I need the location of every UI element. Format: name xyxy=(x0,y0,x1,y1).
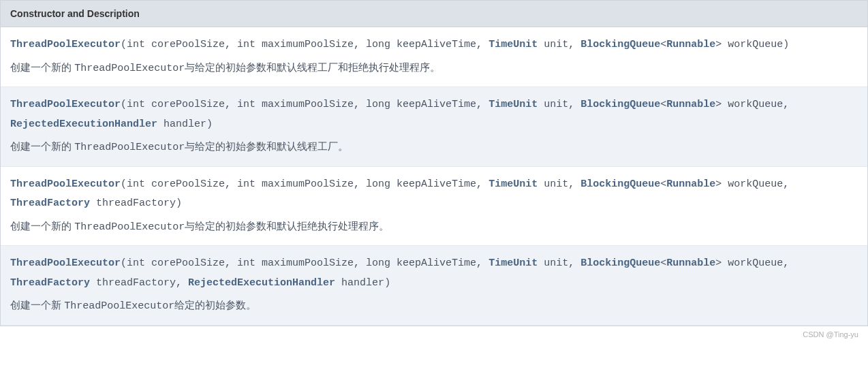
class-name-link[interactable]: ThreadPoolExecutor xyxy=(10,99,121,110)
type-link-runnable[interactable]: Runnable xyxy=(666,99,715,110)
table-row: ThreadPoolExecutor(int corePoolSize, int… xyxy=(1,87,867,167)
type-link-threadfactory[interactable]: ThreadFactory xyxy=(10,277,90,289)
desc-text: 创建一个新 xyxy=(10,299,64,311)
sig-text: (int corePoolSize, int maximumPoolSize, … xyxy=(121,39,489,50)
sig-text: threadFactory xyxy=(90,198,176,209)
sig-text: > workQueue xyxy=(715,39,783,50)
desc-classname: ThreadPoolExecutor xyxy=(74,63,185,74)
sig-text: ) xyxy=(206,119,213,130)
sig-text: (int corePoolSize, int maximumPoolSize, … xyxy=(121,99,489,110)
constructor-signature: ThreadPoolExecutor(int corePoolSize, int… xyxy=(10,254,858,293)
desc-text: 与给定的初始参数和默认线程工厂。 xyxy=(185,140,348,152)
sig-text: unit, xyxy=(538,257,580,269)
sig-text: ) xyxy=(783,39,789,50)
desc-text: 给定的初始参数。 xyxy=(174,299,256,311)
sig-text: unit, xyxy=(538,178,580,190)
type-link-handler[interactable]: RejectedExecutionHandler xyxy=(10,119,157,130)
sig-text: threadFactory, xyxy=(90,277,188,289)
type-link-timeunit[interactable]: TimeUnit xyxy=(489,39,538,50)
sig-text: ) xyxy=(176,198,182,209)
sig-text: (int corePoolSize, int maximumPoolSize, … xyxy=(121,257,489,269)
type-link-runnable[interactable]: Runnable xyxy=(666,39,715,50)
class-name-link[interactable]: ThreadPoolExecutor xyxy=(10,257,121,269)
constructor-signature: ThreadPoolExecutor(int corePoolSize, int… xyxy=(10,175,858,214)
type-link-timeunit[interactable]: TimeUnit xyxy=(489,99,538,110)
sig-text: < xyxy=(660,39,666,50)
sig-text: ) xyxy=(384,277,390,289)
sig-text: > workQueue, xyxy=(715,257,789,269)
constructor-description: 创建一个新的 ThreadPoolExecutor与给定的初始参数和默认拒绝执行… xyxy=(10,217,858,238)
table-header-title: Constructor and Description xyxy=(10,8,140,19)
constructor-description: 创建一个新的 ThreadPoolExecutor与给定的初始参数和默认线程工厂… xyxy=(10,137,858,158)
desc-classname: ThreadPoolExecutor xyxy=(64,300,174,312)
type-link-blockingqueue[interactable]: BlockingQueue xyxy=(580,257,660,269)
desc-text: 与给定的初始参数和默认线程工厂和拒绝执行处理程序。 xyxy=(185,61,440,73)
constructor-table: Constructor and Description ThreadPoolEx… xyxy=(0,0,868,326)
type-link-runnable[interactable]: Runnable xyxy=(666,257,715,269)
type-link-blockingqueue[interactable]: BlockingQueue xyxy=(580,178,660,190)
sig-text: < xyxy=(660,99,666,110)
desc-text: 与给定的初始参数和默认拒绝执行处理程序。 xyxy=(185,220,389,232)
table-row: ThreadPoolExecutor(int corePoolSize, int… xyxy=(1,246,867,326)
sig-text: < xyxy=(660,257,666,269)
type-link-blockingqueue[interactable]: BlockingQueue xyxy=(580,99,660,110)
table-row: ThreadPoolExecutor(int corePoolSize, int… xyxy=(1,27,867,87)
sig-text: (int corePoolSize, int maximumPoolSize, … xyxy=(121,178,489,190)
type-link-threadfactory[interactable]: ThreadFactory xyxy=(10,198,90,209)
sig-text: unit, xyxy=(538,99,580,110)
desc-text: 创建一个新的 xyxy=(10,61,74,73)
desc-classname: ThreadPoolExecutor xyxy=(74,142,185,153)
desc-text: 创建一个新的 xyxy=(10,220,74,232)
type-link-timeunit[interactable]: TimeUnit xyxy=(489,178,538,190)
class-name-link[interactable]: ThreadPoolExecutor xyxy=(10,39,121,50)
type-link-timeunit[interactable]: TimeUnit xyxy=(489,257,538,269)
constructor-signature: ThreadPoolExecutor(int corePoolSize, int… xyxy=(10,35,858,55)
desc-classname: ThreadPoolExecutor xyxy=(74,221,185,233)
sig-text: > workQueue, xyxy=(715,99,789,110)
constructor-signature: ThreadPoolExecutor(int corePoolSize, int… xyxy=(10,95,858,134)
class-name-link[interactable]: ThreadPoolExecutor xyxy=(10,178,121,190)
sig-text: unit, xyxy=(538,39,580,50)
constructor-description: 创建一个新的 ThreadPoolExecutor与给定的初始参数和默认线程工厂… xyxy=(10,58,858,79)
type-link-handler[interactable]: RejectedExecutionHandler xyxy=(188,277,335,289)
table-row: ThreadPoolExecutor(int corePoolSize, int… xyxy=(1,167,867,247)
sig-text: handler xyxy=(335,277,384,289)
type-link-runnable[interactable]: Runnable xyxy=(666,178,715,190)
watermark: CSDN @Ting-yu xyxy=(0,326,868,340)
sig-text: handler xyxy=(157,119,206,130)
sig-text: < xyxy=(660,178,666,190)
sig-text: > workQueue, xyxy=(715,178,789,190)
table-header: Constructor and Description xyxy=(1,1,867,27)
type-link-blockingqueue[interactable]: BlockingQueue xyxy=(580,39,660,50)
constructor-description: 创建一个新 ThreadPoolExecutor给定的初始参数。 xyxy=(10,296,858,317)
desc-text: 创建一个新的 xyxy=(10,140,74,152)
